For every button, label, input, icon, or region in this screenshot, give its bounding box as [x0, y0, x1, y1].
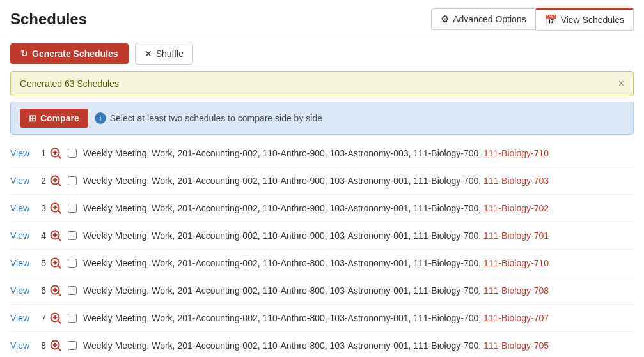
table-row: View 4 Weekly Meeting, Work, 201-Account… — [10, 222, 634, 250]
schedule-text: Weekly Meeting, Work, 201-Accounting-002… — [83, 231, 549, 241]
schedules-list: View 1 Weekly Meeting, Work, 201-Account… — [0, 140, 644, 357]
view-link[interactable]: View — [10, 285, 29, 296]
highlight-text: 111-Biology-705 — [483, 340, 549, 351]
table-row: View 1 Weekly Meeting, Work, 201-Account… — [10, 140, 634, 167]
highlight-text: 111-Biology-702 — [483, 203, 549, 213]
highlight-text: 111-Biology-710 — [483, 258, 549, 268]
svg-line-17 — [58, 266, 61, 268]
notification-bar: Generated 63 Schedules × — [10, 71, 634, 96]
zoom-icon[interactable] — [49, 174, 63, 188]
view-link[interactable]: View — [10, 313, 29, 323]
zoom-icon[interactable] — [49, 338, 63, 353]
advanced-options-label: Advanced Options — [453, 14, 526, 24]
notification-text: Generated 63 Schedules — [20, 79, 119, 89]
generate-schedules-button[interactable]: ↻ Generate Schedules — [10, 43, 129, 64]
compare-button[interactable]: ⊞ Compare — [20, 109, 88, 128]
close-notification-button[interactable]: × — [618, 78, 624, 89]
row-number: 5 — [33, 258, 46, 268]
info-icon: i — [95, 112, 106, 124]
schedule-checkbox[interactable] — [68, 259, 77, 268]
calendar-icon: 📅 — [545, 14, 557, 26]
svg-line-25 — [58, 321, 61, 323]
zoom-icon[interactable] — [49, 146, 63, 160]
row-number: 3 — [33, 203, 46, 213]
schedule-checkbox[interactable] — [68, 341, 77, 350]
header-actions: ⚙ Advanced Options 📅 View Schedules — [431, 8, 634, 31]
zoom-icon[interactable] — [49, 311, 63, 325]
schedule-text: Weekly Meeting, Work, 201-Accounting-002… — [83, 285, 549, 296]
schedule-text: Weekly Meeting, Work, 201-Accounting-002… — [83, 313, 549, 323]
highlight-text: 111-Biology-707 — [483, 313, 549, 323]
row-number: 8 — [33, 340, 46, 351]
schedule-text: Weekly Meeting, Work, 201-Accounting-002… — [83, 340, 549, 351]
svg-line-21 — [58, 293, 61, 296]
highlight-text: 111-Biology-708 — [483, 285, 549, 296]
view-link[interactable]: View — [10, 231, 29, 241]
row-number: 2 — [33, 176, 46, 186]
compare-info-text: Select at least two schedules to compare… — [110, 113, 322, 123]
view-link[interactable]: View — [10, 148, 29, 158]
view-link[interactable]: View — [10, 340, 29, 351]
svg-line-1 — [58, 156, 61, 158]
table-row: View 6 Weekly Meeting, Work, 201-Account… — [10, 277, 634, 305]
view-link[interactable]: View — [10, 203, 29, 213]
row-number: 4 — [33, 231, 46, 241]
page-title: Schedules — [10, 10, 87, 28]
svg-line-29 — [58, 348, 61, 351]
view-link[interactable]: View — [10, 176, 29, 186]
row-number: 7 — [33, 313, 46, 323]
zoom-icon[interactable] — [49, 284, 63, 298]
table-row: View 2 Weekly Meeting, Work, 201-Account… — [10, 167, 634, 195]
schedule-checkbox[interactable] — [68, 286, 77, 295]
compare-info: i Select at least two schedules to compa… — [95, 112, 322, 124]
zoom-icon[interactable] — [49, 229, 63, 243]
row-number: 1 — [33, 148, 46, 158]
refresh-icon: ↻ — [20, 49, 28, 59]
schedule-checkbox[interactable] — [68, 204, 77, 213]
table-row: View 3 Weekly Meeting, Work, 201-Account… — [10, 195, 634, 222]
highlight-text: 111-Biology-701 — [483, 231, 549, 241]
row-number: 6 — [33, 285, 46, 296]
view-schedules-button[interactable]: 📅 View Schedules — [536, 8, 634, 31]
schedule-checkbox[interactable] — [68, 149, 77, 158]
table-row: View 8 Weekly Meeting, Work, 201-Account… — [10, 332, 634, 357]
schedule-checkbox[interactable] — [68, 176, 77, 185]
view-schedules-label: View Schedules — [561, 15, 624, 25]
highlight-text: 111-Biology-703 — [483, 176, 549, 186]
page-header: Schedules ⚙ Advanced Options 📅 View Sche… — [0, 0, 644, 36]
compare-icon: ⊞ — [29, 113, 36, 123]
generate-label: Generate Schedules — [32, 49, 118, 59]
table-row: View 5 Weekly Meeting, Work, 201-Account… — [10, 250, 634, 277]
advanced-options-button[interactable]: ⚙ Advanced Options — [431, 8, 535, 30]
shuffle-button[interactable]: ✕ Shuffle — [135, 43, 193, 65]
shuffle-icon: ✕ — [145, 49, 152, 59]
svg-line-13 — [58, 238, 61, 241]
schedule-checkbox[interactable] — [68, 314, 77, 323]
gear-icon: ⚙ — [441, 13, 449, 25]
table-row: View 7 Weekly Meeting, Work, 201-Account… — [10, 305, 634, 332]
schedule-text: Weekly Meeting, Work, 201-Accounting-002… — [83, 176, 549, 186]
svg-line-5 — [58, 183, 61, 186]
compare-bar: ⊞ Compare i Select at least two schedule… — [10, 102, 634, 135]
schedule-text: Weekly Meeting, Work, 201-Accounting-002… — [83, 258, 549, 268]
compare-label: Compare — [40, 113, 79, 123]
toolbar: ↻ Generate Schedules ✕ Shuffle — [0, 36, 644, 71]
svg-line-9 — [58, 211, 61, 213]
highlight-text: 111-Biology-710 — [483, 148, 549, 158]
schedule-text: Weekly Meeting, Work, 201-Accounting-002… — [83, 203, 549, 213]
schedule-text: Weekly Meeting, Work, 201-Accounting-002… — [83, 148, 549, 158]
zoom-icon[interactable] — [49, 201, 63, 215]
zoom-icon[interactable] — [49, 256, 63, 270]
shuffle-label: Shuffle — [156, 49, 184, 59]
view-link[interactable]: View — [10, 258, 29, 268]
schedule-checkbox[interactable] — [68, 231, 77, 240]
